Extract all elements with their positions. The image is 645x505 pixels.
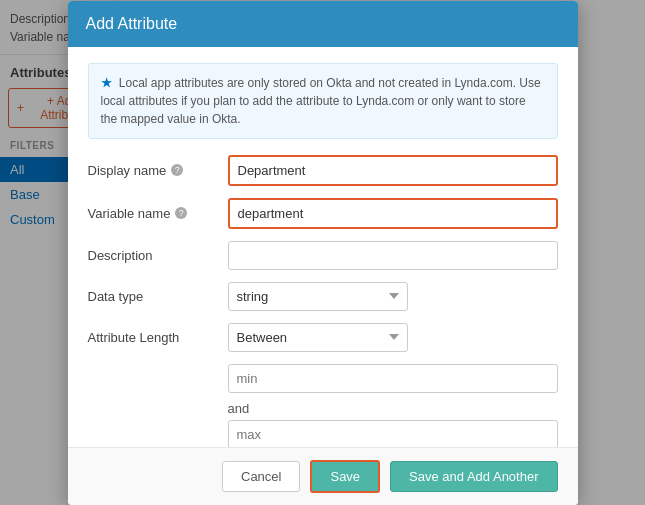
- description-control: [228, 241, 558, 270]
- attribute-length-label: Attribute Length: [88, 330, 228, 345]
- variable-name-form-label: Variable name ?: [88, 206, 228, 221]
- attribute-length-row: Attribute Length Between Less than Great…: [88, 323, 558, 352]
- data-type-label: Data type: [88, 289, 228, 304]
- description-form-label: Description: [88, 248, 228, 263]
- info-text: Local app attributes are only stored on …: [101, 76, 541, 126]
- display-name-label-text: Display name: [88, 163, 167, 178]
- cancel-button[interactable]: Cancel: [222, 461, 300, 492]
- variable-name-form-help-icon: ?: [175, 207, 187, 219]
- modal-body: ★ Local app attributes are only stored o…: [68, 47, 578, 447]
- modal-header: Add Attribute: [68, 1, 578, 47]
- display-name-control: [228, 155, 558, 186]
- data-type-control: string integer number boolean: [228, 282, 558, 311]
- star-icon: ★: [101, 76, 112, 90]
- attribute-length-select[interactable]: Between Less than Greater than Equals: [228, 323, 408, 352]
- min-input[interactable]: [228, 364, 558, 393]
- save-and-add-button[interactable]: Save and Add Another: [390, 461, 557, 492]
- description-label-text: Description: [88, 248, 153, 263]
- modal-title: Add Attribute: [86, 15, 178, 32]
- display-name-help-icon: ?: [171, 164, 183, 176]
- and-label: and: [228, 401, 558, 416]
- description-row: Description: [88, 241, 558, 270]
- page-wrapper: Description Variable name ? Attributes +…: [0, 0, 645, 505]
- info-box: ★ Local app attributes are only stored o…: [88, 63, 558, 139]
- description-input[interactable]: [228, 241, 558, 270]
- display-name-row: Display name ?: [88, 155, 558, 186]
- data-type-row: Data type string integer number boolean: [88, 282, 558, 311]
- display-name-label: Display name ?: [88, 163, 228, 178]
- attribute-length-label-text: Attribute Length: [88, 330, 180, 345]
- attribute-length-control: Between Less than Greater than Equals: [228, 323, 558, 352]
- save-button[interactable]: Save: [310, 460, 380, 493]
- max-input[interactable]: [228, 420, 558, 447]
- modal-dialog: Add Attribute ★ Local app attributes are…: [68, 1, 578, 505]
- modal-footer: Cancel Save Save and Add Another: [68, 447, 578, 505]
- variable-name-control: [228, 198, 558, 229]
- modal-overlay: Add Attribute ★ Local app attributes are…: [0, 0, 645, 505]
- variable-name-label-text: Variable name: [88, 206, 171, 221]
- data-type-label-text: Data type: [88, 289, 144, 304]
- variable-name-row: Variable name ?: [88, 198, 558, 229]
- min-row: [228, 364, 558, 393]
- variable-name-input[interactable]: [228, 198, 558, 229]
- data-type-select[interactable]: string integer number boolean: [228, 282, 408, 311]
- display-name-input[interactable]: [228, 155, 558, 186]
- max-row: [228, 420, 558, 447]
